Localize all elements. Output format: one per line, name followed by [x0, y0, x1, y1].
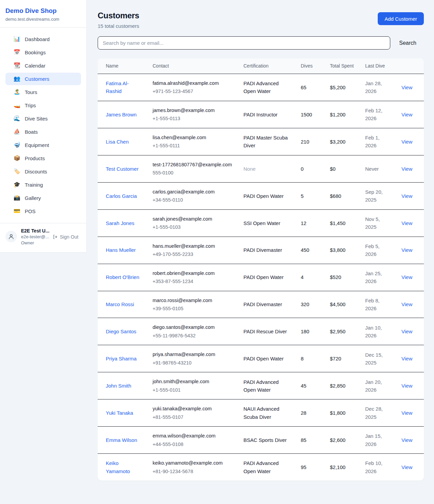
customer-dives: 320: [295, 291, 324, 318]
view-link[interactable]: View: [401, 247, 412, 253]
customer-dives: 8: [295, 345, 324, 372]
table-row: Sarah Jones sarah.jones@example.com +1-5…: [98, 209, 424, 237]
customer-email: sarah.jones@example.com: [153, 215, 233, 223]
sidebar-item-boats[interactable]: ⛵ Boats: [5, 126, 81, 138]
view-link[interactable]: View: [401, 464, 412, 470]
customer-name-link[interactable]: James Brown: [106, 112, 137, 117]
customer-certification: PADI Divemaster: [243, 247, 282, 253]
sidebar-item-products[interactable]: 📦 Products: [5, 152, 81, 165]
shop-name: Demo Dive Shop: [5, 7, 81, 15]
customer-name-link[interactable]: Lisa Chen: [106, 139, 129, 145]
customer-name-link[interactable]: Diego Santos: [106, 329, 136, 334]
view-link[interactable]: View: [401, 112, 412, 117]
sidebar-item-training[interactable]: 🎓 Training: [5, 179, 81, 191]
sidebar-item-tours[interactable]: 🏝️ Tours: [5, 86, 81, 98]
customer-dives: 85: [295, 427, 324, 454]
view-link[interactable]: View: [401, 410, 412, 416]
customer-last-dive: Dec 15, 2025: [365, 352, 383, 366]
customer-name-link[interactable]: Marco Rossi: [106, 301, 134, 307]
view-link[interactable]: View: [401, 329, 412, 334]
customer-last-dive: Jan 20, 2026: [365, 379, 382, 393]
view-link[interactable]: View: [401, 220, 412, 226]
customer-name-link[interactable]: Sarah Jones: [106, 220, 134, 226]
view-link[interactable]: View: [401, 139, 412, 145]
speedboat-icon: 🚤: [14, 102, 20, 108]
sidebar-item-pos[interactable]: 💳 POS: [5, 205, 81, 218]
table-row: Yuki Tanaka yuki.tanaka@example.com +81-…: [98, 399, 424, 427]
add-customer-button[interactable]: Add Customer: [378, 12, 424, 25]
customer-dives: 12: [295, 209, 324, 237]
sidebar-item-label: Dashboard: [25, 36, 50, 42]
customer-last-dive: Jan 15, 2026: [365, 433, 382, 447]
customer-name-link[interactable]: Priya Sharma: [106, 356, 137, 361]
sidebar-item-label: Boats: [25, 129, 38, 135]
customer-name-link[interactable]: Robert O'Brien: [106, 274, 139, 280]
customer-last-dive: Feb 8, 2026: [365, 298, 380, 311]
sidebar-item-trips[interactable]: 🚤 Trips: [5, 99, 81, 112]
view-link[interactable]: View: [401, 274, 412, 280]
sidebar-item-label: Calendar: [25, 63, 45, 69]
sidebar-item-equipment[interactable]: 🤿 Equipment: [5, 139, 81, 151]
sidebar-item-discounts[interactable]: 🏷️ Discounts: [5, 165, 81, 178]
customer-last-dive: Feb 5, 2026: [365, 243, 380, 257]
customer-total-spent: $2,100: [324, 454, 360, 481]
customer-total-spent: $720: [324, 345, 360, 372]
table-row: Carlos Garcia carlos.garcia@example.com …: [98, 182, 424, 209]
search-button[interactable]: Search: [392, 37, 424, 49]
customer-total-spent: $1,450: [324, 209, 360, 237]
sidebar-item-label: POS: [25, 208, 36, 214]
sign-out-button[interactable]: Sign Out: [53, 234, 78, 240]
customer-total-spent: $4,500: [324, 291, 360, 318]
customer-name-link[interactable]: Test Customer: [106, 166, 139, 172]
people-icon: 👥: [14, 76, 20, 81]
customer-phone: 555-0100: [153, 169, 233, 176]
customer-dives: 4: [295, 264, 324, 291]
customer-name-link[interactable]: Carlos Garcia: [106, 193, 137, 199]
customer-email: john.smith@example.com: [153, 378, 233, 385]
sidebar: Demo Dive Shop demo.test.divestreams.com…: [0, 0, 87, 253]
view-link[interactable]: View: [401, 301, 412, 307]
view-link[interactable]: View: [401, 383, 412, 389]
search-input[interactable]: [98, 36, 390, 50]
view-link[interactable]: View: [401, 85, 412, 90]
sign-out-icon: [53, 234, 58, 240]
person-icon: [8, 234, 14, 240]
sidebar-item-label: Customers: [25, 76, 50, 82]
view-link[interactable]: View: [401, 193, 412, 199]
customer-dives: 45: [295, 372, 324, 399]
customer-email: emma.wilson@example.com: [153, 432, 233, 440]
sidebar-item-calendar[interactable]: 📆 Calendar: [5, 59, 81, 72]
wave-icon: 🌊: [14, 116, 20, 121]
customers-table: Name Contact Certification Dives Total S…: [98, 58, 424, 481]
customer-email: diego.santos@example.com: [153, 323, 233, 331]
customer-last-dive: Never: [365, 166, 379, 172]
customer-name-link[interactable]: Fatima Al-Rashid: [106, 80, 129, 94]
sidebar-item-bookings[interactable]: 📅 Bookings: [5, 46, 81, 59]
table-row: Robert O'Brien robert.obrien@example.com…: [98, 264, 424, 291]
column-header-name: Name: [98, 58, 147, 74]
sidebar-item-label: Trips: [25, 102, 36, 108]
customer-email: priya.sharma@example.com: [153, 351, 233, 358]
sidebar-item-dive-sites[interactable]: 🌊 Dive Sites: [5, 112, 81, 125]
customer-dives: 180: [295, 318, 324, 345]
sidebar-nav: 📊 Dashboard 📅 Bookings 📆 Calendar 👥 Cust…: [0, 27, 86, 223]
sidebar-item-customers[interactable]: 👥 Customers: [5, 73, 81, 85]
customer-name-link[interactable]: Hans Mueller: [106, 247, 136, 253]
customer-name-link[interactable]: Keiko Yamamoto: [106, 460, 130, 474]
customer-name-link[interactable]: Yuki Tanaka: [106, 410, 133, 416]
table-row: Test Customer test-1772681807767@example…: [98, 155, 424, 182]
view-link[interactable]: View: [401, 437, 412, 443]
customer-certification: PADI Open Water: [243, 356, 283, 361]
column-header-last-dive: Last Dive: [360, 58, 396, 74]
table-row: Hans Mueller hans.mueller@example.com +4…: [98, 237, 424, 264]
view-link[interactable]: View: [401, 356, 412, 361]
sidebar-item-dashboard[interactable]: 📊 Dashboard: [5, 33, 81, 45]
view-link[interactable]: View: [401, 166, 412, 172]
customer-last-dive: Feb 10, 2026: [365, 460, 382, 474]
sidebar-item-gallery[interactable]: 📸 Gallery: [5, 192, 81, 204]
customer-name-link[interactable]: Emma Wilson: [106, 437, 137, 443]
avatar: [5, 231, 17, 242]
customer-last-dive: Jan 28, 2026: [365, 80, 382, 94]
customer-last-dive: Feb 1, 2026: [365, 135, 380, 148]
customer-name-link[interactable]: John Smith: [106, 383, 131, 389]
